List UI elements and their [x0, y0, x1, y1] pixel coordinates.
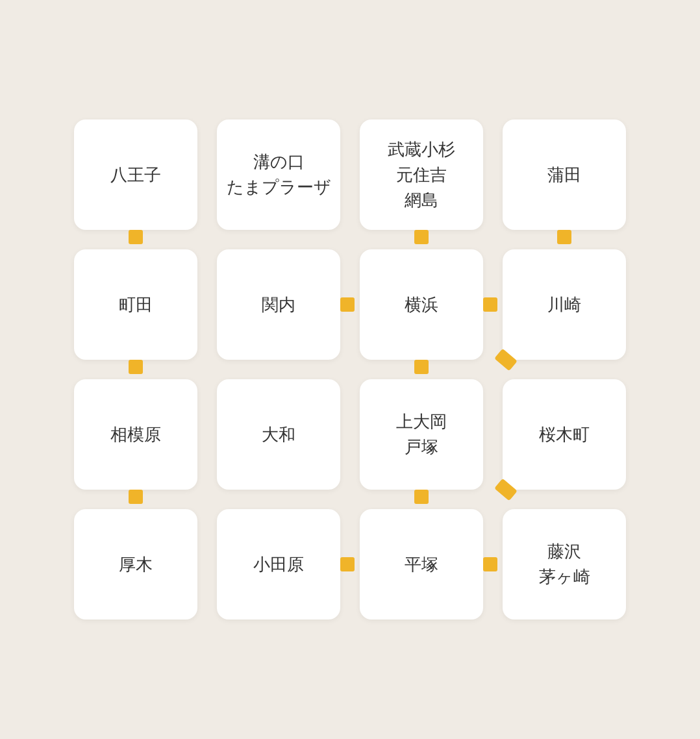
cell-r2c3[interactable]: 横浜: [350, 240, 493, 370]
cell-r3c2[interactable]: 大和: [207, 370, 350, 499]
card-r3c4[interactable]: 桜木町: [503, 379, 626, 490]
connector-right-r4c3: [483, 557, 497, 571]
card-r2c1[interactable]: 町田: [74, 249, 197, 360]
label-r2c4: 川崎: [547, 292, 581, 318]
card-r2c3[interactable]: 横浜: [360, 249, 483, 360]
station-grid: 八王子溝の口 たまプラーザ武蔵小杉 元住吉 網島蒲田町田関内横浜川崎相模原大和上…: [51, 97, 649, 642]
connector-right-r2c3: [483, 297, 497, 312]
card-r1c4[interactable]: 蒲田: [503, 119, 626, 230]
connector-bottom-r1c1: [129, 230, 143, 244]
card-r1c1[interactable]: 八王子: [74, 119, 197, 230]
cell-r3c4[interactable]: 桜木町: [493, 370, 636, 499]
cell-r2c2[interactable]: 関内: [207, 240, 350, 370]
label-r1c3: 武蔵小杉 元住吉 網島: [388, 137, 455, 213]
connector-bottom-r2c3: [414, 360, 429, 374]
cell-r3c3[interactable]: 上大岡 戸塚: [350, 370, 493, 499]
connector-right-r4c2: [340, 557, 355, 571]
cell-r4c4[interactable]: 藤沢 茅ヶ崎: [493, 499, 636, 629]
connector-bottom-r2c1: [129, 360, 143, 374]
label-r4c1: 厚木: [119, 552, 153, 577]
label-r1c4: 蒲田: [547, 162, 581, 188]
cell-r4c3[interactable]: 平塚: [350, 499, 493, 629]
cell-r1c3[interactable]: 武蔵小杉 元住吉 網島: [350, 110, 493, 240]
cell-r2c4[interactable]: 川崎: [493, 240, 636, 370]
cell-r1c4[interactable]: 蒲田: [493, 110, 636, 240]
card-r1c2[interactable]: 溝の口 たまプラーザ: [217, 119, 340, 230]
card-r4c1[interactable]: 厚木: [74, 509, 197, 620]
connector-right-r2c2: [340, 297, 355, 312]
cell-r1c2[interactable]: 溝の口 たまプラーザ: [207, 110, 350, 240]
cell-r2c1[interactable]: 町田: [64, 240, 207, 370]
card-r2c2[interactable]: 関内: [217, 249, 340, 360]
card-r3c1[interactable]: 相模原: [74, 379, 197, 490]
label-r3c3: 上大岡 戸塚: [396, 409, 447, 460]
cell-r3c1[interactable]: 相模原: [64, 370, 207, 499]
label-r4c2: 小田原: [253, 552, 304, 577]
connector-bottom-r1c4: [557, 230, 571, 244]
cell-r4c2[interactable]: 小田原: [207, 499, 350, 629]
label-r4c3: 平塚: [405, 552, 438, 577]
label-r2c2: 関内: [262, 292, 295, 318]
connector-bottom-r3c3: [414, 490, 429, 504]
card-r1c3[interactable]: 武蔵小杉 元住吉 網島: [360, 119, 483, 230]
connector-bottom-r3c1: [129, 490, 143, 504]
card-r4c3[interactable]: 平塚: [360, 509, 483, 620]
card-r3c2[interactable]: 大和: [217, 379, 340, 490]
label-r3c2: 大和: [262, 422, 295, 447]
label-r3c4: 桜木町: [539, 422, 590, 447]
label-r4c4: 藤沢 茅ヶ崎: [539, 539, 590, 590]
label-r1c1: 八王子: [110, 162, 161, 188]
card-r4c2[interactable]: 小田原: [217, 509, 340, 620]
card-r4c4[interactable]: 藤沢 茅ヶ崎: [503, 509, 626, 620]
label-r2c3: 横浜: [405, 292, 438, 318]
label-r3c1: 相模原: [110, 422, 161, 447]
card-r2c4[interactable]: 川崎: [503, 249, 626, 360]
connector-bottom-r1c3: [414, 230, 429, 244]
label-r1c2: 溝の口 たまプラーザ: [227, 149, 331, 200]
cell-r1c1[interactable]: 八王子: [64, 110, 207, 240]
card-r3c3[interactable]: 上大岡 戸塚: [360, 379, 483, 490]
label-r2c1: 町田: [119, 292, 153, 318]
cell-r4c1[interactable]: 厚木: [64, 499, 207, 629]
